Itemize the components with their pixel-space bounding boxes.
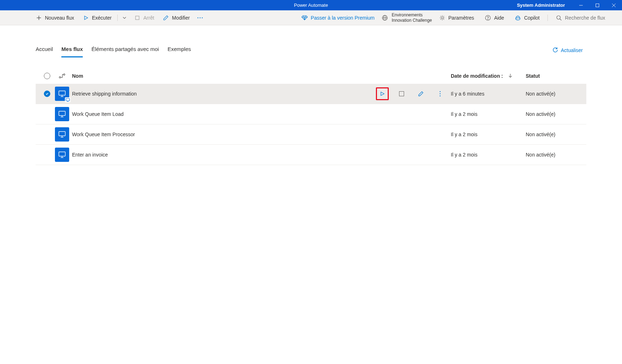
settings-button[interactable]: Paramètres xyxy=(435,13,478,22)
svg-point-10 xyxy=(202,17,203,18)
user-name[interactable]: System Administrator xyxy=(517,2,565,8)
sort-desc-icon xyxy=(509,73,512,79)
tab-my-flows[interactable]: Mes flux xyxy=(61,43,83,57)
tab-home[interactable]: Accueil xyxy=(36,43,53,57)
stop-button: Arrêt xyxy=(131,13,158,22)
question-icon xyxy=(485,15,491,21)
svg-rect-36 xyxy=(59,111,65,116)
copilot-label: Copilot xyxy=(524,15,540,21)
svg-point-35 xyxy=(440,96,441,97)
row-checkbox-checked[interactable] xyxy=(44,91,50,97)
premium-button[interactable]: Passer à la version Premium xyxy=(298,13,378,22)
toolbar: Nouveau flux Exécuter Arrêt Modifier xyxy=(0,10,622,25)
svg-point-25 xyxy=(63,74,65,75)
run-flow-button[interactable] xyxy=(376,87,389,100)
date-column-header[interactable]: Date de modification : xyxy=(451,73,526,79)
svg-rect-7 xyxy=(136,16,139,20)
desktop-flow-icon xyxy=(55,107,69,121)
tabs-row: Accueil Mes flux Éléments partagés avec … xyxy=(36,43,586,57)
flow-status: Non activé(e) xyxy=(526,152,583,158)
table-row[interactable]: Enter an invoice Il y a 2 mois Non activ… xyxy=(36,145,586,165)
svg-point-24 xyxy=(59,77,61,78)
environment-picker[interactable]: Environnements Innovation Challenge xyxy=(382,12,432,23)
play-icon xyxy=(83,15,89,21)
run-button[interactable]: Exécuter xyxy=(79,13,115,22)
flow-name[interactable]: Enter an invoice xyxy=(69,152,372,158)
tab-examples[interactable]: Exemples xyxy=(168,43,191,57)
flow-date: Il y a 6 minutes xyxy=(451,91,526,97)
refresh-button[interactable]: Actualiser xyxy=(549,46,586,55)
env-name: Innovation Challenge xyxy=(392,18,432,23)
svg-point-8 xyxy=(198,17,199,18)
edit-flow-button[interactable] xyxy=(414,87,427,100)
run-label: Exécuter xyxy=(92,15,112,21)
refresh-label: Actualiser xyxy=(561,47,583,53)
svg-rect-1 xyxy=(596,4,599,7)
flow-status: Non activé(e) xyxy=(526,91,583,97)
desktop-flow-icon xyxy=(55,148,69,162)
flow-type-cell xyxy=(55,107,69,121)
svg-point-33 xyxy=(440,91,441,92)
tab-shared[interactable]: Éléments partagés avec moi xyxy=(91,43,159,57)
flow-type-cell xyxy=(55,127,69,142)
more-actions-button[interactable] xyxy=(434,87,447,100)
svg-rect-42 xyxy=(59,152,65,156)
edit-button[interactable]: Modifier xyxy=(159,13,193,22)
search-box[interactable] xyxy=(552,13,618,22)
desktop-flow-icon xyxy=(55,87,69,101)
search-input[interactable] xyxy=(565,15,615,21)
status-column-header[interactable]: Statut xyxy=(526,73,583,79)
help-button[interactable]: Aide xyxy=(481,13,508,22)
copilot-icon xyxy=(515,15,521,21)
table-header: Nom Date de modification : Statut xyxy=(36,68,586,84)
stop-flow-button[interactable] xyxy=(395,87,408,100)
svg-point-18 xyxy=(441,17,443,19)
table-row[interactable]: Work Queue Item Load Il y a 2 mois Non a… xyxy=(36,104,586,124)
help-label: Aide xyxy=(494,15,504,21)
row-select[interactable] xyxy=(39,91,55,97)
svg-point-20 xyxy=(488,19,488,19)
flow-name[interactable]: Work Queue Item Load xyxy=(69,111,372,117)
toolbar-left: Nouveau flux Exécuter Arrêt Modifier xyxy=(4,13,205,22)
more-toolbar-button[interactable] xyxy=(195,17,205,19)
flow-type-cell xyxy=(55,148,69,162)
table-row[interactable]: Work Queue Item Processor Il y a 2 mois … xyxy=(36,124,586,145)
table-row[interactable]: Retrieve shipping information Il y a 6 m… xyxy=(36,84,586,104)
flow-status: Non activé(e) xyxy=(526,132,583,137)
minimize-button[interactable] xyxy=(573,0,589,10)
svg-point-21 xyxy=(516,18,520,20)
run-dropdown-button[interactable] xyxy=(120,13,129,22)
environment-text: Environnements Innovation Challenge xyxy=(392,12,432,23)
close-button[interactable] xyxy=(606,0,622,10)
flow-type-cell xyxy=(55,87,69,101)
svg-rect-30 xyxy=(66,98,70,101)
select-all-column[interactable] xyxy=(39,73,55,79)
maximize-button[interactable] xyxy=(589,0,606,10)
flows-table: Nom Date de modification : Statut xyxy=(36,68,586,165)
name-column-header[interactable]: Nom xyxy=(69,73,372,79)
plus-icon xyxy=(36,15,42,21)
toolbar-separator xyxy=(117,15,118,21)
env-label: Environnements xyxy=(392,12,432,17)
flow-status: Non activé(e) xyxy=(526,111,583,117)
premium-label: Passer à la version Premium xyxy=(311,15,374,21)
chevron-down-icon xyxy=(121,15,128,21)
stop-square-icon xyxy=(399,91,404,96)
new-flow-label: Nouveau flux xyxy=(45,15,74,21)
new-flow-button[interactable]: Nouveau flux xyxy=(32,13,78,22)
flow-name[interactable]: Work Queue Item Processor xyxy=(69,132,372,137)
globe-icon xyxy=(382,15,388,21)
edit-label: Modifier xyxy=(172,15,190,21)
flow-date: Il y a 2 mois xyxy=(451,111,526,117)
flow-name[interactable]: Retrieve shipping information xyxy=(69,91,372,97)
copilot-button[interactable]: Copilot xyxy=(511,13,543,22)
tabs: Accueil Mes flux Éléments partagés avec … xyxy=(36,43,191,57)
select-all-checkbox[interactable] xyxy=(44,73,50,79)
toolbar-separator-right xyxy=(547,15,548,21)
svg-point-22 xyxy=(557,16,560,19)
flow-badge-icon xyxy=(65,97,71,102)
content: Accueil Mes flux Éléments partagés avec … xyxy=(0,25,622,165)
row-actions xyxy=(372,87,451,100)
stop-label: Arrêt xyxy=(143,15,154,21)
type-column-header[interactable] xyxy=(55,73,69,78)
